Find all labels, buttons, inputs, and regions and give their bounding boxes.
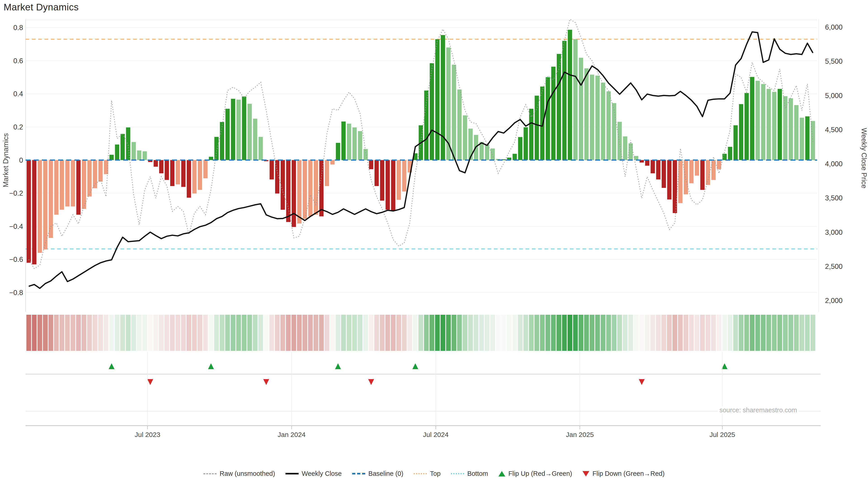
heatmap-cell [197, 315, 202, 351]
heatmap-cell [573, 315, 578, 351]
heatmap-cell [336, 315, 340, 351]
heatmap-cell [70, 315, 75, 351]
heatmap-cell [656, 315, 661, 351]
dynamics-bar [314, 160, 318, 215]
heatmap-cell [297, 315, 302, 351]
heatmap-cell [584, 315, 589, 351]
dynamics-bar [535, 96, 539, 160]
heatmap-cell [87, 315, 92, 351]
heatmap-cell [567, 315, 572, 351]
heatmap-cell [341, 315, 346, 351]
dynamics-bar [695, 160, 699, 176]
dynamics-bar [336, 143, 340, 160]
legend-item-weekly-close: Weekly Close [285, 470, 342, 477]
dynamics-bar [391, 160, 395, 211]
heatmap-cell [617, 315, 622, 351]
heatmap-cell [391, 315, 396, 351]
heatmap-cell [507, 315, 512, 351]
heatmap-cell [689, 315, 694, 351]
heatmap-cell [369, 315, 373, 351]
heatmap-cell [546, 315, 550, 351]
heatmap-cell [761, 315, 766, 351]
dynamics-bar [778, 89, 782, 160]
dynamics-bar [214, 137, 219, 160]
heatmap-cell [590, 315, 594, 351]
left-tick-label: 0 [19, 156, 23, 164]
grid-layer [26, 19, 819, 312]
flip-down-marker [639, 379, 645, 385]
dynamics-bar [689, 160, 693, 184]
dynamics-bar [463, 116, 467, 160]
heatmap-cell [612, 315, 616, 351]
heatmap-cell [181, 315, 186, 351]
heatmap-cell [474, 315, 478, 351]
dynamics-bar [170, 160, 175, 186]
dynamics-bar [330, 160, 335, 165]
heatmap-cell [104, 315, 108, 351]
heatmap-cell [59, 315, 64, 351]
dynamics-bar [253, 119, 257, 160]
flip-up-triangle-icon [498, 471, 505, 477]
heatmap-cell [722, 315, 727, 351]
heatmap-cell [402, 315, 407, 351]
dynamics-bar [662, 160, 666, 188]
heatmap-cell [258, 315, 263, 351]
dynamics-bar [656, 160, 660, 180]
heatmap-cell [739, 315, 743, 351]
dynamics-bar [82, 160, 86, 209]
dynamics-bar [27, 160, 31, 263]
heatmap-cell [513, 315, 517, 351]
heatmap-cell [595, 315, 600, 351]
heatmap-cell [733, 315, 738, 351]
legend-item-flip-up: Flip Up (Red→Green) [498, 470, 572, 477]
heatmap-cell [186, 315, 191, 351]
dynamics-bar [303, 160, 307, 219]
heatmap-cell [363, 315, 368, 351]
heatmap-cell [407, 315, 412, 351]
heatmap-cell [805, 315, 810, 351]
dynamics-bar [291, 160, 296, 227]
dynamics-bar [385, 160, 390, 210]
dynamics-bar [43, 160, 48, 250]
left-tick-label: −0.8 [9, 289, 23, 297]
heatmap-cell [534, 315, 539, 351]
heatmap-cell [529, 315, 534, 351]
heatmap-cell [120, 315, 125, 351]
dynamics-bar [557, 54, 561, 160]
dynamics-bar [745, 93, 749, 160]
dynamics-bar [242, 96, 246, 160]
dynamics-bar [32, 160, 36, 265]
heatmap-cell [557, 315, 561, 351]
heatmap-cell [308, 315, 313, 351]
legend-label: Baseline (0) [368, 470, 403, 477]
dynamics-bar [524, 127, 528, 160]
heatmap-cell [744, 315, 749, 351]
dynamics-bar [270, 160, 274, 180]
flip-up-marker [208, 363, 214, 369]
dynamics-bar [452, 65, 456, 160]
right-tick-label: 2,500 [825, 263, 843, 270]
dynamics-bar [667, 160, 672, 199]
heatmap-cell [811, 315, 815, 351]
legend-label: Weekly Close [302, 470, 342, 477]
heatmap-cell [468, 315, 473, 351]
heatmap-cell [164, 315, 169, 351]
heatmap-cell [380, 315, 384, 351]
heatmap-cell [275, 315, 280, 351]
dynamics-bar [722, 154, 727, 160]
left-tick-label: −0.6 [9, 256, 23, 263]
heatmap-cell [435, 315, 440, 351]
dynamics-bars-layer [27, 30, 815, 265]
dynamics-bar [805, 116, 809, 160]
heatmap-cell [639, 315, 644, 351]
right-tick-label: 4,500 [825, 126, 843, 134]
heatmap-cell [170, 315, 175, 351]
heatmap-cell [247, 315, 252, 351]
heatmap-cell [143, 315, 147, 351]
flip-down-triangle-icon [583, 471, 589, 477]
heatmap-cell [485, 315, 489, 351]
dynamics-bar [231, 99, 235, 160]
heatmap-cell [220, 315, 224, 351]
flip-down-marker [368, 379, 374, 385]
market-dynamics-chart: Jul 2023Jan 2024Jul 2024Jan 2025Jul 2025… [0, 0, 868, 488]
